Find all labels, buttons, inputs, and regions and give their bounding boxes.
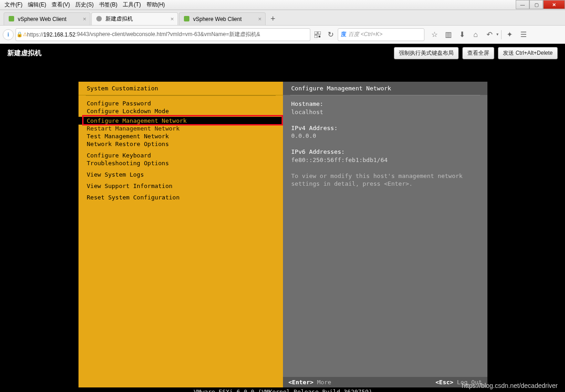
dcui-left-panel: System Customization Configure Password … bbox=[78, 82, 283, 387]
reload-button[interactable]: ↻ bbox=[325, 29, 336, 40]
dcui-right-panel: Configure Management Network Hostname: l… bbox=[283, 82, 487, 387]
chevron-down-icon[interactable]: ▼ bbox=[496, 32, 499, 37]
tab-vsphere-1[interactable]: vSphere Web Client × bbox=[4, 12, 90, 25]
window-close-button[interactable]: ✕ bbox=[543, 0, 565, 9]
vm-console: 新建虚拟机 强制执行美式键盘布局 查看全屏 发送 Ctrl+Alt+Delete… bbox=[0, 44, 565, 392]
menu-configure-keyboard[interactable]: Configure Keyboard bbox=[87, 152, 275, 159]
esxi-version-bar: VMware ESXi 6.0.0 (VMKernel Release Buil… bbox=[78, 387, 487, 392]
window-controls: — ▢ ✕ bbox=[516, 0, 565, 9]
vsphere-icon bbox=[184, 16, 190, 22]
dcui-right-title: Configure Management Network bbox=[283, 82, 487, 95]
close-icon[interactable]: × bbox=[170, 16, 174, 22]
page-info-button[interactable]: i bbox=[3, 29, 14, 40]
window-maximize-button[interactable]: ▢ bbox=[529, 0, 543, 9]
ipv6-label: IPv6 Addresses: bbox=[291, 148, 479, 156]
menu-restart-mgmt-network[interactable]: Restart Management Network bbox=[87, 125, 275, 132]
library-icon[interactable]: ▥ bbox=[442, 28, 455, 41]
dcui-footer: <Enter> More <Esc> Log Out bbox=[283, 377, 487, 387]
dcui-details: Hostname: localhost IPv4 Address: 0.0.0.… bbox=[283, 95, 487, 193]
force-us-keyboard-button[interactable]: 强制执行美式键盘布局 bbox=[394, 47, 459, 59]
watermark: https://blog.csdn.net/decadedriver bbox=[462, 382, 558, 389]
url-host: 192.168.1.52 bbox=[43, 31, 75, 38]
console-header: 新建虚拟机 强制执行美式键盘布局 查看全屏 发送 Ctrl+Alt+Delete bbox=[0, 44, 565, 62]
ipv4-label: IPv4 Address: bbox=[291, 124, 479, 132]
close-icon[interactable]: × bbox=[258, 16, 262, 22]
hint-text: To view or modify this host's management… bbox=[291, 172, 479, 188]
url-scheme: https:// bbox=[27, 31, 43, 38]
menu-tools[interactable]: 工具(T) bbox=[120, 0, 143, 10]
dcui-left-title: System Customization bbox=[78, 82, 283, 95]
menu-file[interactable]: 文件(F) bbox=[2, 0, 25, 10]
new-tab-button[interactable]: + bbox=[267, 12, 279, 25]
bookmark-star-icon[interactable]: ☆ bbox=[428, 28, 441, 41]
hamburger-menu-icon[interactable]: ☰ bbox=[517, 28, 530, 41]
svg-rect-2 bbox=[314, 35, 317, 38]
menu-view-support[interactable]: View Support Information bbox=[87, 182, 275, 190]
menu-group-6: Reset System Configuration bbox=[78, 190, 283, 201]
search-placeholder: 百度 <Ctrl+K> bbox=[348, 31, 382, 38]
home-icon[interactable]: ⌂ bbox=[469, 28, 482, 41]
window-minimize-button[interactable]: — bbox=[516, 0, 529, 9]
svg-rect-0 bbox=[314, 31, 317, 34]
menu-network-restore[interactable]: Network Restore Options bbox=[87, 140, 275, 148]
tab-label: vSphere Web Client bbox=[18, 16, 67, 22]
menu-view-logs[interactable]: View System Logs bbox=[87, 171, 275, 178]
console-buttons: 强制执行美式键盘布局 查看全屏 发送 Ctrl+Alt+Delete bbox=[394, 47, 558, 59]
lock-warning-icon: 🔒⚠ bbox=[19, 31, 25, 38]
console-title: 新建虚拟机 bbox=[7, 49, 42, 57]
baidu-icon: 度 bbox=[341, 31, 346, 38]
tab-label: 新建虚拟机 bbox=[105, 15, 133, 23]
url-field[interactable]: 🔒⚠ https:// 192.168.1.52 :9443/vsphere-c… bbox=[16, 28, 310, 41]
tab-new-vm[interactable]: 新建虚拟机 × bbox=[91, 12, 178, 25]
ipv4-value: 0.0.0.0 bbox=[291, 132, 479, 140]
send-ctrl-alt-del-button[interactable]: 发送 Ctrl+Alt+Delete bbox=[498, 47, 558, 59]
extension-icon[interactable]: ✦ bbox=[503, 28, 516, 41]
tab-strip: vSphere Web Client × 新建虚拟机 × vSphere Web… bbox=[0, 10, 565, 26]
toolbar-right: ☆ ▥ ⬇ ⌂ ↶ ▼ ✦ ☰ bbox=[428, 28, 530, 41]
menu-group-4: View System Logs bbox=[78, 167, 283, 178]
svg-rect-3 bbox=[319, 36, 320, 37]
close-icon[interactable]: × bbox=[83, 16, 86, 22]
menu-test-mgmt-network[interactable]: Test Management Network bbox=[87, 132, 275, 140]
menu-group-5: View Support Information bbox=[78, 178, 283, 190]
download-icon[interactable]: ⬇ bbox=[455, 28, 468, 41]
menu-help[interactable]: 帮助(H) bbox=[144, 0, 168, 10]
url-toolbar: i 🔒⚠ https:// 192.168.1.52 :9443/vsphere… bbox=[0, 26, 565, 44]
hostname-label: Hostname: bbox=[291, 100, 479, 108]
browser-menubar: 文件(F) 编辑(E) 查看(V) 历史(S) 书签(B) 工具(T) 帮助(H… bbox=[0, 0, 565, 10]
menu-configure-mgmt-network-selected[interactable]: Configure Management Network bbox=[78, 117, 283, 125]
ipv6-value: fe80::250:56ff:feb1:bdb1/64 bbox=[291, 156, 479, 164]
search-input[interactable]: 度 百度 <Ctrl+K> bbox=[338, 28, 424, 41]
menu-group-1: Configure Password Configure Lockdown Mo… bbox=[78, 96, 283, 115]
undo-icon[interactable]: ↶ bbox=[483, 28, 496, 41]
qr-icon[interactable] bbox=[312, 29, 323, 40]
menu-view[interactable]: 查看(V) bbox=[49, 0, 73, 10]
url-path: :9443/vsphere-client/webconsole.html?vmI… bbox=[75, 31, 260, 38]
menu-group-3: Configure Keyboard Troubleshooting Optio… bbox=[78, 148, 283, 167]
menu-edit[interactable]: 编辑(E) bbox=[25, 0, 49, 10]
hostname-value: localhost bbox=[291, 108, 479, 116]
menu-troubleshooting[interactable]: Troubleshooting Options bbox=[87, 159, 275, 167]
menu-group-2: Configure Management Network Restart Man… bbox=[78, 117, 283, 148]
menu-history[interactable]: 历史(S) bbox=[73, 0, 96, 10]
menu-bookmark[interactable]: 书签(B) bbox=[96, 0, 120, 10]
fullscreen-button[interactable]: 查看全屏 bbox=[462, 47, 494, 59]
generic-icon bbox=[96, 16, 103, 22]
menu-configure-lockdown[interactable]: Configure Lockdown Mode bbox=[87, 107, 275, 115]
tab-label: vSphere Web Client bbox=[193, 16, 242, 22]
separator bbox=[501, 30, 502, 39]
svg-rect-1 bbox=[318, 31, 321, 34]
menu-reset-config[interactable]: Reset System Configuration bbox=[87, 193, 275, 201]
tab-vsphere-2[interactable]: vSphere Web Client × bbox=[179, 12, 266, 25]
vsphere-icon bbox=[9, 16, 15, 22]
footer-enter: <Enter> More bbox=[288, 379, 331, 386]
menu-configure-password[interactable]: Configure Password bbox=[87, 99, 275, 107]
esxi-dcui[interactable]: System Customization Configure Password … bbox=[78, 82, 487, 387]
